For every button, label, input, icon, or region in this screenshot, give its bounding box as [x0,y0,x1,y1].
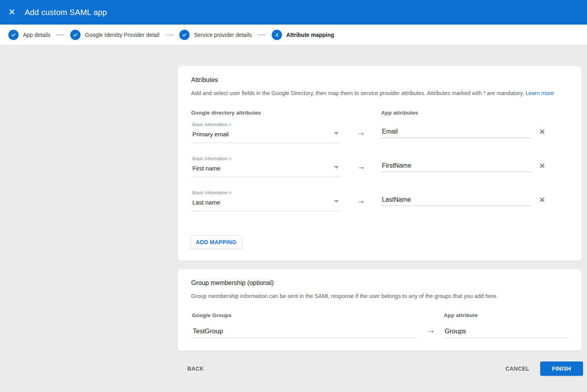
remove-mapping-icon[interactable]: ✕ [537,195,547,205]
step-label: App details [23,32,50,38]
back-button[interactable]: BACK [187,365,204,372]
step-connector [56,34,65,35]
step-complete-check-icon [70,30,81,40]
step-app-details[interactable]: App details [8,30,50,40]
app-attributes-header: App attributes [381,110,418,116]
cancel-button[interactable]: CANCEL [505,365,529,372]
step-label: Google Identity Provider details [85,32,159,38]
add-mapping-button[interactable]: ADD MAPPING [190,235,242,249]
google-directory-attributes-header: Google directory attributes [191,110,261,116]
group-app-attribute-input[interactable] [444,325,569,338]
step-label: Service provider details [194,32,252,38]
map-arrow-icon: → [357,196,365,205]
dialog-header: ✕ Add custom SAML app [0,0,587,25]
attributes-card: Attributes Add and select user fields in… [177,66,582,261]
group-membership-title: Group membership (optional) [191,279,274,287]
mapping-row: Basic Information > First name → ✕ [178,156,582,190]
dropdown-arrow-icon [334,200,339,203]
directory-attribute-select[interactable]: Basic Information > Primary email [191,122,341,143]
attribute-category-label: Basic Information > [192,156,232,161]
remove-mapping-icon[interactable]: ✕ [537,161,547,171]
attribute-category-label: Basic Information > [192,190,232,195]
attributes-card-title: Attributes [191,76,218,84]
google-groups-header: Google Groups [192,312,232,318]
app-attribute-input[interactable] [381,159,531,172]
attribute-value: Primary email [192,131,229,138]
group-membership-description: Group membership information can be sent… [191,293,498,299]
mapping-row: Basic Information > Primary email → ✕ [178,122,582,156]
mapping-row: Basic Information > Last name → ✕ [178,190,582,224]
map-arrow-icon: → [357,128,365,137]
wizard-stepper: App details Google Identity Provider det… [0,25,587,46]
step-google-idp-details[interactable]: Google Identity Provider details [70,30,159,40]
step-service-provider-details[interactable]: Service provider details [179,30,252,40]
learn-more-link[interactable]: Learn more [526,90,554,96]
step-label: Attribute mapping [286,32,334,38]
map-arrow-icon: → [357,162,365,171]
step-attribute-mapping: 4 Attribute mapping [272,30,334,40]
step-complete-check-icon [179,30,190,40]
dropdown-arrow-icon [334,166,339,169]
step-connector [257,34,266,35]
dialog-title: Add custom SAML app [25,8,107,17]
close-icon[interactable]: ✕ [8,8,16,16]
google-groups-input[interactable] [192,325,416,338]
directory-attribute-select[interactable]: Basic Information > Last name [191,190,341,211]
wizard-footer: BACK CANCEL FINISH [177,361,583,376]
app-attribute-header: App attribute [444,312,478,318]
app-attribute-input[interactable] [381,125,531,138]
directory-attribute-select[interactable]: Basic Information > First name [191,156,341,177]
description-text: Add and select user fields in the Google… [191,90,524,96]
attribute-category-label: Basic Information > [192,122,232,127]
step-connector [165,34,174,35]
attributes-card-description: Add and select user fields in the Google… [191,90,554,96]
group-membership-card: Group membership (optional) Group member… [177,269,582,351]
attribute-value: Last name [192,199,220,206]
finish-button[interactable]: FINISH [540,361,583,376]
page-background: Attributes Add and select user fields in… [0,46,587,392]
map-arrow-icon: → [427,325,435,335]
attribute-value: First name [192,165,221,172]
dropdown-arrow-icon [334,132,339,135]
app-attribute-input[interactable] [381,193,531,206]
step-number-badge: 4 [272,30,282,40]
step-complete-check-icon [8,30,19,40]
remove-mapping-icon[interactable]: ✕ [537,127,547,137]
